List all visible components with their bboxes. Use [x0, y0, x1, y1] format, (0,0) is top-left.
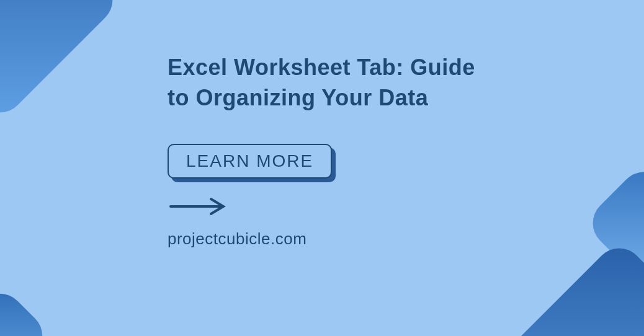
content-container: Excel Worksheet Tab: Guide to Organizing… — [168, 53, 503, 249]
decorative-shape-top-left — [0, 0, 123, 123]
page-title: Excel Worksheet Tab: Guide to Organizing… — [168, 53, 503, 113]
learn-more-button[interactable]: LEARN MORE — [168, 144, 332, 179]
decorative-shape-bottom-left — [0, 283, 53, 336]
button-wrapper: LEARN MORE — [168, 144, 332, 179]
arrow-icon — [168, 197, 503, 218]
website-label: projectcubicle.com — [168, 229, 503, 249]
decorative-shape-bottom-right — [496, 238, 644, 336]
